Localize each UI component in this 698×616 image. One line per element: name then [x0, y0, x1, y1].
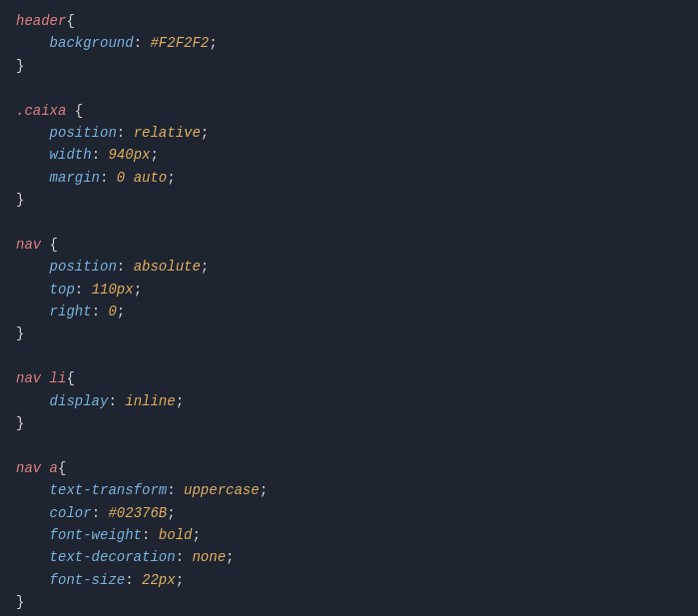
semicolon-token: ; [150, 144, 158, 166]
value-str-token: inline [125, 390, 175, 412]
selector-token: header [16, 10, 66, 32]
selector-token: .caixa [16, 100, 75, 122]
brace-token: } [16, 412, 24, 434]
code-line: } [0, 55, 698, 77]
property-token: background [50, 32, 134, 54]
semicolon-token: ; [201, 122, 209, 144]
indent-token [16, 479, 50, 501]
brace-token: { [66, 367, 74, 389]
indent-token [16, 256, 50, 278]
indent-token [16, 390, 50, 412]
selector-token: nav a [16, 457, 58, 479]
selector-token: nav li [16, 367, 66, 389]
code-line: width: 940px; [0, 144, 698, 166]
indent-token [16, 301, 50, 322]
code-line: } [0, 591, 698, 613]
indent-token [16, 32, 50, 54]
indent-token [16, 167, 50, 189]
colon-token: : [117, 256, 134, 278]
property-token: margin [50, 167, 100, 189]
code-line: right: 0; [0, 301, 698, 322]
value-str-token: none [192, 546, 226, 568]
semicolon-token: ; [117, 301, 125, 322]
code-line: position: relative; [0, 122, 698, 144]
code-line: .caixa { [0, 100, 698, 122]
semicolon-token: ; [260, 479, 268, 501]
code-line: } [0, 189, 698, 211]
code-line: position: absolute; [0, 256, 698, 278]
indent-token [16, 144, 50, 166]
colon-token: : [75, 279, 92, 301]
value-num-token: 22px [142, 569, 176, 591]
indent-token [16, 502, 50, 524]
semicolon-token: ; [209, 32, 217, 54]
semicolon-token: ; [192, 524, 200, 546]
colon-token: : [117, 122, 134, 144]
property-token: text-decoration [50, 546, 176, 568]
indent-token [16, 279, 50, 301]
code-editor: header{ background: #F2F2F2;} .caixa { p… [0, 0, 698, 616]
colon-token: : [142, 524, 159, 546]
code-line: nav li{ [0, 367, 698, 389]
brace-token: } [16, 189, 24, 211]
brace-token: { [58, 457, 66, 479]
property-token: color [50, 502, 92, 524]
property-token: font-size [50, 569, 126, 591]
code-line: text-transform: uppercase; [0, 479, 698, 501]
brace-token: { [75, 100, 83, 122]
code-line: top: 110px; [0, 279, 698, 301]
colon-token: : [92, 502, 109, 524]
colon-token: : [100, 167, 117, 189]
code-line: color: #02376B; [0, 502, 698, 524]
semicolon-token: ; [167, 502, 175, 524]
colon-token: : [92, 144, 109, 166]
code-line: font-size: 22px; [0, 569, 698, 591]
property-token: font-weight [50, 524, 142, 546]
semicolon-token: ; [176, 569, 184, 591]
value-hex-token: #02376B [108, 502, 167, 524]
indent-token [16, 546, 50, 568]
colon-token: : [176, 546, 193, 568]
semicolon-token: ; [226, 546, 234, 568]
code-line [0, 345, 698, 367]
property-token: position [50, 122, 117, 144]
property-token: width [50, 144, 92, 166]
indent-token [16, 524, 50, 546]
property-token: text-transform [50, 479, 168, 501]
colon-token: : [167, 479, 184, 501]
property-token: top [50, 279, 75, 301]
colon-token: : [134, 32, 151, 54]
semicolon-token: ; [201, 256, 209, 278]
selector-token: nav [16, 234, 50, 256]
code-line: text-decoration: none; [0, 546, 698, 568]
value-str-token: bold [159, 524, 193, 546]
brace-token: } [16, 322, 24, 344]
value-num-token: 940px [108, 144, 150, 166]
value-hex-token: #F2F2F2 [150, 32, 209, 54]
code-line [0, 77, 698, 99]
semicolon-token: ; [176, 390, 184, 412]
colon-token: : [125, 569, 142, 591]
colon-token: : [108, 390, 125, 412]
code-line: display: inline; [0, 390, 698, 412]
property-token: display [50, 390, 109, 412]
value-str-token: uppercase [184, 479, 260, 501]
indent-token [16, 122, 50, 144]
code-line: nav { [0, 234, 698, 256]
code-line: background: #F2F2F2; [0, 32, 698, 54]
code-line: } [0, 412, 698, 434]
semicolon-token: ; [167, 167, 175, 189]
code-line [0, 212, 698, 234]
code-line: } [0, 322, 698, 344]
value-str-token: relative [134, 122, 201, 144]
value-str-token: absolute [134, 256, 201, 278]
semicolon-token: ; [134, 279, 142, 301]
code-line [0, 434, 698, 456]
brace-token: { [50, 234, 58, 256]
value-num-token: 0 auto [117, 167, 167, 189]
property-token: right [50, 301, 92, 322]
code-line: nav a{ [0, 457, 698, 479]
code-line: font-weight: bold; [0, 524, 698, 546]
value-num-token: 110px [92, 279, 134, 301]
value-num-token: 0 [108, 301, 116, 322]
